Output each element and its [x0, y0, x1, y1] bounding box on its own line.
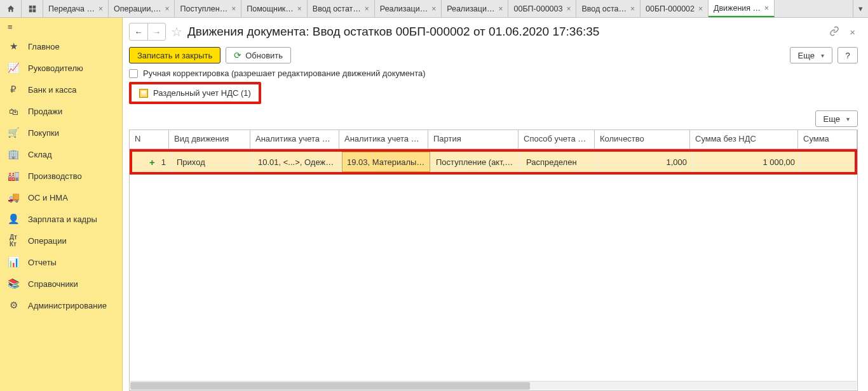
cell-acc2[interactable]: 19.03, Материалы… [342, 152, 431, 172]
sidebar-item-manager[interactable]: 📈Руководителю [0, 57, 122, 79]
manual-edit-row: Ручная корректировка (разрешает редактир… [129, 69, 858, 78]
sidebar-item-operations[interactable]: ДтКтОперации [0, 230, 122, 251]
col-acc2[interactable]: Аналитика учета … [339, 130, 428, 149]
sidebar-toggle[interactable]: ≡ [0, 18, 122, 36]
register-icon [139, 89, 148, 98]
col-kind[interactable]: Вид движения [169, 130, 250, 149]
tab-7[interactable]: 00БП-000003× [508, 0, 576, 17]
tab-10[interactable]: Движения …× [709, 0, 775, 17]
close-icon[interactable]: × [431, 4, 436, 13]
sidebar-item-label: Главное [28, 42, 60, 51]
sidebar-item-sales[interactable]: 🛍Продажи [0, 100, 122, 122]
manual-edit-checkbox[interactable] [129, 69, 138, 78]
chevron-down-icon: ▾ [846, 116, 850, 123]
close-icon[interactable]: × [231, 4, 236, 13]
bag-icon: 🛍 [8, 106, 19, 117]
building-icon: 🏢 [8, 149, 19, 160]
sidebar-item-production[interactable]: 🏭Производство [0, 165, 122, 187]
link-icon[interactable] [827, 23, 842, 41]
horizontal-scrollbar[interactable] [130, 381, 857, 390]
close-icon[interactable]: × [498, 4, 503, 13]
tab-0[interactable]: Передача …× [43, 0, 109, 17]
tab-8[interactable]: Ввод оста…× [576, 0, 641, 17]
cell-party[interactable]: Поступление (акт,… [431, 152, 521, 172]
close-pane-button[interactable]: × [847, 24, 858, 40]
history-nav: ← → [129, 23, 166, 41]
tab-2[interactable]: Поступлен…× [175, 0, 241, 17]
close-icon[interactable]: × [98, 4, 103, 13]
grid-more-button[interactable]: Еще▾ [815, 110, 858, 127]
close-icon[interactable]: × [297, 4, 302, 13]
tabs-overflow-button[interactable]: ▾ [853, 0, 868, 17]
register-tab-vat[interactable]: Раздельный учет НДС (1) [129, 82, 261, 104]
col-sum[interactable]: Сумма без НДС [690, 130, 798, 149]
sidebar-item-label: Продажи [28, 107, 62, 116]
sidebar-item-reports[interactable]: 📊Отчеты [0, 251, 122, 273]
cell-sum[interactable]: 1 000,00 [693, 152, 801, 172]
tab-5[interactable]: Реализаци…× [375, 0, 442, 17]
register-tab-label: Раздельный учет НДС (1) [153, 88, 251, 98]
cell-n[interactable]: +1 [132, 152, 172, 172]
bar-chart-icon: 📊 [8, 256, 19, 268]
sidebar-item-main[interactable]: ★Главное [0, 36, 122, 57]
tab-4[interactable]: Ввод остат…× [308, 0, 375, 17]
manual-edit-label: Ручная корректировка (разрешает редактир… [143, 69, 426, 78]
close-icon[interactable]: × [630, 4, 635, 13]
sidebar-item-salary[interactable]: 👤Зарплата и кадры [0, 208, 122, 230]
close-icon[interactable]: × [764, 4, 769, 13]
tab-6[interactable]: Реализаци…× [442, 0, 508, 17]
accounting-icon: ДтКт [8, 234, 19, 248]
cart-icon: 🛒 [8, 127, 19, 138]
home-icon[interactable] [0, 0, 22, 17]
cell-acc1[interactable]: 10.01, <...>, Одеж… [253, 152, 342, 172]
sidebar-item-purchases[interactable]: 🛒Покупки [0, 122, 122, 143]
col-sum2[interactable]: Сумма [798, 130, 857, 149]
sidebar-item-label: Склад [28, 150, 52, 159]
sidebar-item-bank[interactable]: ₽Банк и касса [0, 79, 122, 100]
close-icon[interactable]: × [566, 4, 571, 13]
sidebar-item-warehouse[interactable]: 🏢Склад [0, 143, 122, 165]
forward-button[interactable]: → [147, 23, 165, 40]
help-button[interactable]: ? [837, 47, 858, 63]
tab-9[interactable]: 00БП-000002× [641, 0, 709, 17]
close-icon[interactable]: × [698, 4, 703, 13]
back-button[interactable]: ← [130, 23, 147, 40]
windows-icon[interactable] [22, 0, 43, 17]
col-party[interactable]: Партия [428, 130, 519, 149]
truck-icon: 🚚 [8, 192, 19, 203]
svg-rect-2 [29, 9, 32, 12]
tab-3[interactable]: Помощник…× [241, 0, 308, 17]
scrollbar-thumb[interactable] [130, 382, 530, 390]
sidebar-item-assets[interactable]: 🚚ОС и НМА [0, 187, 122, 208]
tab-1[interactable]: Операции,…× [109, 0, 175, 17]
grid-toolbar: Еще▾ [129, 110, 858, 127]
books-icon: 📚 [8, 278, 19, 289]
person-icon: 👤 [8, 213, 19, 225]
close-icon[interactable]: × [165, 4, 169, 13]
close-icon[interactable]: × [365, 4, 369, 13]
col-qty[interactable]: Количество [595, 130, 690, 149]
svg-rect-0 [29, 5, 32, 8]
col-acc1[interactable]: Аналитика учета … [250, 130, 339, 149]
cell-sum2[interactable] [801, 152, 855, 172]
sidebar-item-label: Операции [28, 236, 67, 246]
refresh-button[interactable]: ⟳Обновить [226, 47, 291, 63]
main-pane: ← → ☆ Движения документа: Ввод остатков … [123, 18, 868, 391]
save-close-button[interactable]: Записать и закрыть [129, 47, 220, 63]
favorite-icon[interactable]: ☆ [171, 24, 182, 39]
more-button[interactable]: Еще▾ [790, 47, 832, 63]
col-n[interactable]: N [130, 130, 169, 149]
sidebar-item-admin[interactable]: ⚙Администрирование [0, 295, 122, 316]
table-row[interactable]: +1 Приход 10.01, <...>, Одеж… 19.03, Мат… [132, 152, 855, 172]
grid: N Вид движения Аналитика учета … Аналити… [129, 129, 858, 391]
sidebar-item-label: Руководителю [28, 63, 83, 73]
cell-method[interactable]: Распределен [521, 152, 597, 172]
sidebar-item-label: Отчеты [28, 258, 57, 267]
col-method[interactable]: Способ учета … [519, 130, 595, 149]
ruble-icon: ₽ [8, 84, 19, 95]
row-highlight: +1 Приход 10.01, <...>, Одеж… 19.03, Мат… [130, 149, 857, 175]
cell-qty[interactable]: 1,000 [597, 152, 693, 172]
sidebar-item-catalogs[interactable]: 📚Справочники [0, 273, 122, 295]
register-tabs: Раздельный учет НДС (1) [129, 82, 858, 104]
cell-kind[interactable]: Приход [172, 152, 253, 172]
